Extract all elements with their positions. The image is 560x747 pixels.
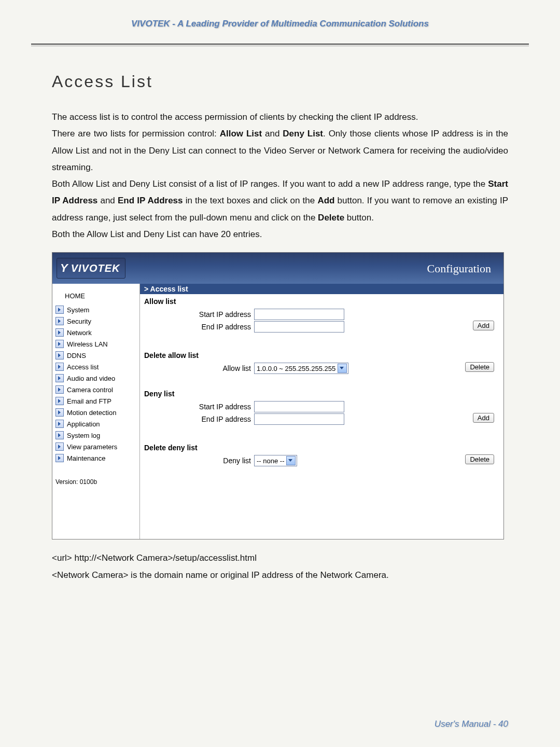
configuration-label: Configuration [427, 262, 491, 275]
deny-delete-button[interactable]: Delete [465, 454, 494, 464]
allow-list-select[interactable]: 1.0.0.0 ~ 255.255.255.255 [254, 363, 348, 374]
deny-start-ip-input[interactable] [254, 401, 344, 412]
sidebar-item-wireless-lan[interactable]: Wireless LAN [52, 338, 139, 350]
arrow-right-icon [55, 408, 64, 417]
label-start-ip: Start IP address [140, 310, 254, 319]
label-deny-select: Deny list [140, 457, 254, 465]
allow-start-ip-input[interactable] [254, 309, 344, 320]
term-end-ip: End IP Address [118, 196, 183, 205]
sidebar-item-label: Motion detection [67, 409, 116, 417]
sidebar-item-email-and-ftp[interactable]: Email and FTP [52, 395, 139, 407]
paragraph-1: The access list is to control the access… [52, 109, 508, 126]
ui-top-banner: Y VIVOTEK Configuration [52, 253, 503, 284]
sidebar-item-motion-detection[interactable]: Motion detection [52, 407, 139, 418]
chevron-down-icon [338, 364, 347, 373]
arrow-right-icon [55, 454, 64, 462]
label-end-ip: End IP address [140, 323, 254, 331]
paragraph-4: Both the Allow List and Deny List can ha… [52, 226, 508, 243]
arrow-right-icon [55, 306, 64, 314]
url-explanation: <Network Camera> is the domain name or o… [52, 567, 508, 584]
sidebar-item-application[interactable]: Application [52, 418, 139, 430]
arrow-right-icon [55, 328, 64, 337]
embedded-ui: Y VIVOTEK Configuration HOME SystemSecur… [52, 252, 504, 540]
version-label: Version: 0100b [52, 464, 139, 486]
sidebar-item-audio-and-video[interactable]: Audio and video [52, 372, 139, 384]
sidebar-item-label: Camera control [67, 386, 113, 394]
paragraph-3: Both Allow List and Deny List consist of… [52, 176, 508, 226]
breadcrumb: > Access list [140, 284, 503, 294]
arrow-right-icon [55, 442, 64, 451]
sidebar-item-camera-control[interactable]: Camera control [52, 384, 139, 395]
deny-list-select[interactable]: -- none -- [254, 455, 297, 466]
arrow-right-icon [55, 340, 64, 348]
sidebar-item-label: Email and FTP [67, 397, 111, 405]
label-end-ip-deny: End IP address [140, 415, 254, 423]
sidebar-item-network[interactable]: Network [52, 327, 139, 338]
page-header-tagline: VIVOTEK - A Leading Provider of Multimed… [0, 0, 560, 34]
body-text: The access list is to control the access… [52, 109, 508, 243]
divider-thick [31, 44, 529, 45]
arrow-right-icon [55, 351, 64, 359]
label-start-ip-deny: Start IP address [140, 403, 254, 411]
sidebar-item-view-parameters[interactable]: View parameters [52, 441, 139, 452]
sidebar-item-security[interactable]: Security [52, 315, 139, 327]
term-deny-list: Deny List [283, 129, 323, 139]
sidebar-nav: HOME SystemSecurityNetworkWireless LANDD… [52, 284, 140, 539]
delete-allow-title: Delete allow list [140, 348, 503, 362]
sidebar-item-label: Security [67, 317, 91, 325]
arrow-right-icon [55, 420, 64, 428]
sidebar-item-ddns[interactable]: DDNS [52, 350, 139, 361]
term-delete: Delete [318, 213, 344, 223]
arrow-right-icon [55, 397, 64, 405]
sidebar-item-label: Wireless LAN [67, 340, 108, 348]
sidebar-item-system-log[interactable]: System log [52, 430, 139, 441]
sidebar-item-label: Network [67, 329, 92, 337]
arrow-right-icon [55, 374, 64, 382]
deny-list-title: Deny list [140, 386, 503, 400]
allow-delete-button[interactable]: Delete [465, 362, 494, 372]
sidebar-item-label: System [67, 306, 89, 314]
deny-add-button[interactable]: Add [473, 413, 494, 423]
chevron-down-icon [286, 456, 296, 465]
sidebar-item-label: System log [67, 432, 100, 439]
sidebar-item-label: Access list [67, 363, 99, 371]
deny-end-ip-input[interactable] [254, 413, 344, 425]
allow-add-button[interactable]: Add [473, 321, 494, 330]
logo-text: VIVOTEK [71, 262, 120, 274]
allow-list-title: Allow list [140, 294, 503, 308]
divider-thin [31, 46, 529, 46]
sidebar-item-label: DDNS [67, 352, 86, 359]
sidebar-item-access-list[interactable]: Access list [52, 361, 139, 372]
page-footer: User's Manual - 40 [435, 719, 508, 729]
allow-end-ip-input[interactable] [254, 321, 344, 333]
term-add: Add [317, 196, 334, 205]
arrow-right-icon [55, 363, 64, 371]
sidebar-item-maintenance[interactable]: Maintenance [52, 452, 139, 464]
vivotek-logo: Y VIVOTEK [57, 256, 125, 281]
arrow-right-icon [55, 431, 64, 439]
paragraph-2: There are two lists for permission contr… [52, 126, 508, 176]
label-allow-select: Allow list [140, 364, 254, 372]
url-line: <url> http://<Network Camera>/setup/acce… [52, 550, 508, 566]
sidebar-item-system[interactable]: System [52, 304, 139, 315]
term-allow-list: Allow List [220, 129, 262, 139]
nav-home[interactable]: HOME [52, 287, 139, 304]
sidebar-item-label: Maintenance [67, 454, 105, 462]
sidebar-item-label: Audio and video [67, 375, 115, 382]
delete-deny-title: Delete deny list [140, 440, 503, 454]
arrow-right-icon [55, 317, 64, 325]
main-panel: > Access list Allow list Start IP addres… [140, 284, 503, 539]
sidebar-item-label: Application [67, 420, 100, 428]
logo-mark-icon: Y [60, 261, 68, 275]
sidebar-item-label: View parameters [67, 443, 117, 451]
page-title: Access List [52, 72, 508, 91]
arrow-right-icon [55, 385, 64, 394]
